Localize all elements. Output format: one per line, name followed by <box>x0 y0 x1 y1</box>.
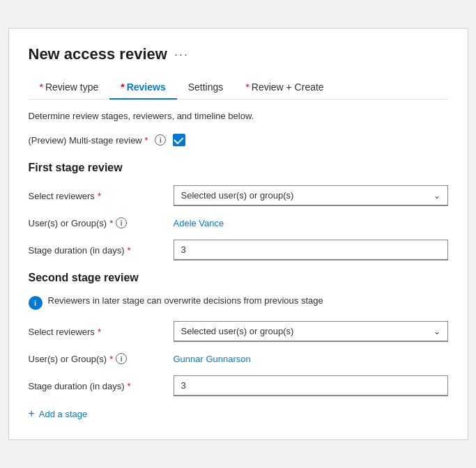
second-user-link[interactable]: Gunnar Gunnarson <box>174 354 251 364</box>
first-stage-duration-label: Stage duration (in days) * <box>29 245 168 256</box>
first-users-groups-value: Adele Vance <box>174 217 448 228</box>
first-stage-section: First stage review Select reviewers * Se… <box>29 162 448 260</box>
second-stage-duration-row: Stage duration (in days) * <box>29 375 448 396</box>
plus-icon: + <box>29 407 35 420</box>
info-banner: i Reviewers in later stage can overwrite… <box>29 295 448 310</box>
second-reviewers-dropdown[interactable]: Selected user(s) or group(s) ⌄ <box>174 321 448 342</box>
second-select-reviewers-row: Select reviewers * Selected user(s) or g… <box>29 321 448 342</box>
first-users-groups-row: User(s) or Group(s) * i Adele Vance <box>29 217 448 228</box>
second-users-groups-info-icon[interactable]: i <box>116 353 127 364</box>
multi-stage-info-icon[interactable]: i <box>155 134 166 146</box>
first-stage-title: First stage review <box>29 162 448 174</box>
second-users-groups-row: User(s) or Group(s) * i Gunnar Gunnarson <box>29 353 448 364</box>
first-select-reviewers-control: Selected user(s) or group(s) ⌄ <box>174 185 448 206</box>
first-select-reviewers-row: Select reviewers * Selected user(s) or g… <box>29 185 448 206</box>
tab-settings[interactable]: Settings <box>177 76 235 100</box>
subtitle-text: Determine review stages, reviewers, and … <box>29 111 448 121</box>
page-header: New access review ··· <box>29 45 448 63</box>
first-select-reviewers-label: Select reviewers * <box>29 191 168 201</box>
first-stage-duration-input[interactable] <box>174 240 448 260</box>
second-users-groups-value: Gunnar Gunnarson <box>174 353 448 364</box>
second-select-reviewers-control: Selected user(s) or group(s) ⌄ <box>174 321 448 342</box>
chevron-down-icon: ⌄ <box>433 191 440 201</box>
first-stage-duration-control <box>174 240 448 260</box>
second-users-groups-label: User(s) or Group(s) * i <box>29 353 168 364</box>
second-stage-duration-input[interactable] <box>174 375 448 396</box>
first-users-groups-label: User(s) or Group(s) * i <box>29 217 168 228</box>
second-stage-duration-control <box>174 375 448 396</box>
multi-stage-row: (Preview) Multi-stage review * i <box>29 134 448 146</box>
users-groups-info-icon[interactable]: i <box>116 217 127 228</box>
info-banner-text: Reviewers in later stage can overwrite d… <box>48 295 323 306</box>
new-access-review-card: New access review ··· *Review type *Revi… <box>8 28 468 440</box>
tab-bar: *Review type *Reviews Settings *Review +… <box>29 76 448 100</box>
first-reviewers-dropdown[interactable]: Selected user(s) or group(s) ⌄ <box>174 185 448 206</box>
second-stage-section: Second stage review i Reviewers in later… <box>29 272 448 396</box>
tab-review-type[interactable]: *Review type <box>29 76 110 100</box>
page-title: New access review <box>29 45 167 63</box>
second-stage-duration-label: Stage duration (in days) * <box>29 381 168 391</box>
info-banner-icon: i <box>29 296 43 310</box>
first-user-link[interactable]: Adele Vance <box>174 218 224 228</box>
chevron-down-icon-2: ⌄ <box>433 327 440 336</box>
tab-reviews[interactable]: *Reviews <box>109 76 177 100</box>
second-select-reviewers-label: Select reviewers * <box>29 327 168 337</box>
first-stage-duration-row: Stage duration (in days) * <box>29 240 448 260</box>
more-options-icon[interactable]: ··· <box>174 47 189 62</box>
multi-stage-checkbox[interactable] <box>173 134 185 146</box>
second-stage-title: Second stage review <box>29 272 448 284</box>
multi-stage-label: (Preview) Multi-stage review * <box>29 135 148 146</box>
tab-review-create[interactable]: *Review + Create <box>234 76 335 100</box>
add-stage-button[interactable]: + Add a stage <box>29 407 88 420</box>
